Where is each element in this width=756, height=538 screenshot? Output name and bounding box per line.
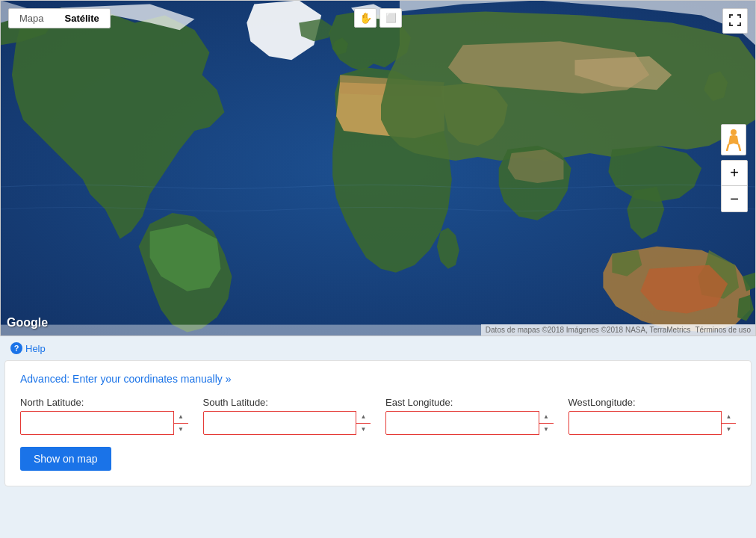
west-longitude-up[interactable]: ▲ (722, 411, 736, 424)
south-latitude-down[interactable]: ▼ (356, 424, 371, 436)
map-attribution: Datos de mapas ©2018 Imágenes ©2018 NASA… (481, 324, 755, 336)
svg-point-3 (731, 129, 737, 135)
drag-mode-button[interactable]: ✋ (354, 8, 377, 28)
show-on-map-button[interactable]: Show on map (20, 447, 111, 471)
zoom-controls: + − (721, 160, 748, 212)
fullscreen-icon (729, 14, 741, 28)
north-latitude-down[interactable]: ▼ (174, 424, 188, 436)
google-logo: Google (7, 316, 48, 330)
south-latitude-spinner: ▲ ▼ (356, 411, 371, 435)
north-latitude-up[interactable]: ▲ (174, 411, 188, 424)
map-center-controls: ✋ ⬜ (354, 8, 402, 28)
east-longitude-wrapper: ▲ ▼ (385, 411, 554, 435)
south-latitude-wrapper: ▲ ▼ (203, 411, 371, 435)
svg-line-4 (727, 145, 728, 151)
east-longitude-up[interactable]: ▲ (539, 411, 554, 424)
east-longitude-field: East Longitude: ▲ ▼ (385, 397, 554, 435)
west-longitude-spinner: ▲ ▼ (721, 411, 736, 435)
south-latitude-field: South Latitude: ▲ ▼ (203, 397, 371, 435)
east-longitude-down[interactable]: ▼ (539, 424, 554, 436)
south-latitude-up[interactable]: ▲ (356, 411, 371, 424)
help-link[interactable]: ? Help (10, 342, 46, 354)
attribution-text: Datos de mapas ©2018 Imágenes ©2018 NASA… (486, 326, 691, 334)
hand-icon: ✋ (359, 12, 372, 24)
west-longitude-input[interactable] (568, 411, 737, 435)
west-longitude-wrapper: ▲ ▼ (568, 411, 737, 435)
select-mode-button[interactable]: ⬜ (379, 8, 402, 28)
advanced-link[interactable]: Advanced: Enter your coordinates manuall… (20, 373, 736, 385)
south-latitude-input[interactable] (203, 411, 371, 435)
help-bar: ? Help (0, 336, 756, 360)
coords-fields: North Latitude: ▲ ▼ South Latitude: ▲ ▼ … (20, 397, 736, 435)
east-longitude-input[interactable] (385, 411, 554, 435)
map-type-satelite[interactable]: Satélite (55, 9, 110, 28)
help-label: Help (25, 343, 46, 354)
north-latitude-spinner: ▲ ▼ (173, 411, 188, 435)
map-container: Mapa Satélite ✋ ⬜ Google (0, 0, 756, 336)
pegman-button[interactable] (721, 124, 746, 155)
north-latitude-input[interactable] (20, 411, 188, 435)
svg-line-5 (739, 145, 740, 151)
map-right-controls: + − (721, 124, 748, 212)
north-latitude-field: North Latitude: ▲ ▼ (20, 397, 188, 435)
east-longitude-label: East Longitude: (385, 397, 554, 408)
south-latitude-label: South Latitude: (203, 397, 371, 408)
zoom-in-button[interactable]: + (722, 161, 747, 186)
west-longitude-field: WestLongitude: ▲ ▼ (568, 397, 737, 435)
map-type-mapa[interactable]: Mapa (9, 9, 55, 28)
map-type-controls: Mapa Satélite (8, 8, 111, 28)
terms-link[interactable]: Términos de uso (695, 326, 751, 334)
east-longitude-spinner: ▲ ▼ (539, 411, 554, 435)
fullscreen-button[interactable] (722, 8, 748, 34)
zoom-out-button[interactable]: − (722, 186, 747, 211)
coords-section: Advanced: Enter your coordinates manuall… (4, 360, 752, 486)
north-latitude-label: North Latitude: (20, 397, 188, 408)
west-longitude-label: WestLongitude: (568, 397, 737, 408)
north-latitude-wrapper: ▲ ▼ (20, 411, 188, 435)
help-circle-icon: ? (10, 342, 22, 354)
west-longitude-down[interactable]: ▼ (722, 424, 736, 436)
square-icon: ⬜ (385, 13, 397, 23)
